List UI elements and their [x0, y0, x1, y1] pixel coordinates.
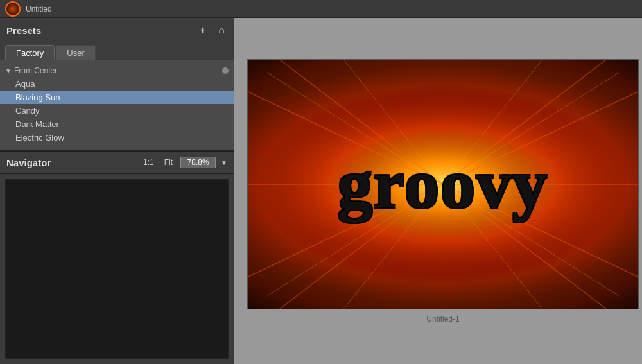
preset-item-dark-matter[interactable]: Dark Matter: [0, 117, 234, 131]
top-bar: Untitled: [0, 0, 642, 18]
presets-header: Presets + ⌂: [0, 18, 234, 42]
canvas-area: groovy Untitled-1: [234, 18, 642, 364]
preset-item-candy[interactable]: Candy: [0, 104, 234, 117]
zoom-input[interactable]: [180, 157, 216, 168]
navigator-preview: [5, 179, 229, 359]
preset-list: ▼ From Center Aqua Blazing Sun Candy Dar…: [0, 60, 234, 150]
nav-controls: 1:1 Fit ▼: [141, 157, 227, 168]
canvas-text: groovy: [338, 144, 548, 224]
canvas-label: Untitled-1: [426, 315, 459, 324]
home-button[interactable]: ⌂: [216, 23, 227, 37]
navigator-title: Navigator: [6, 157, 141, 168]
zoom-fit-button[interactable]: Fit: [162, 157, 175, 168]
preset-category-from-center[interactable]: ▼ From Center: [0, 64, 234, 77]
category-dot-icon: [222, 67, 229, 74]
presets-section: Presets + ⌂ Factory User ▼ From Center: [0, 18, 234, 151]
tabs: Factory User: [0, 42, 234, 60]
add-preset-button[interactable]: +: [197, 23, 208, 37]
presets-title: Presets: [6, 25, 189, 36]
preset-item-aqua[interactable]: Aqua: [0, 77, 234, 91]
top-bar-title: Untitled: [26, 4, 52, 13]
preset-item-blazing-sun[interactable]: Blazing Sun: [0, 91, 234, 104]
tab-user[interactable]: User: [56, 45, 95, 60]
navigator-section: Navigator 1:1 Fit ▼: [0, 151, 234, 364]
navigator-header: Navigator 1:1 Fit ▼: [0, 151, 234, 174]
zoom-1to1-button[interactable]: 1:1: [141, 157, 157, 168]
left-panel: Presets + ⌂ Factory User ▼ From Center: [0, 18, 234, 364]
preset-item-electric-glow[interactable]: Electric Glow: [0, 131, 234, 144]
category-label: From Center: [14, 66, 57, 75]
canvas-wrapper: groovy Untitled-1: [247, 59, 639, 324]
main-layout: Presets + ⌂ Factory User ▼ From Center: [0, 18, 642, 364]
tab-factory[interactable]: Factory: [5, 45, 55, 60]
app-logo: [5, 1, 21, 17]
zoom-dropdown-icon[interactable]: ▼: [221, 159, 227, 166]
canvas-image: groovy: [247, 59, 639, 309]
category-arrow-icon: ▼: [5, 67, 12, 74]
